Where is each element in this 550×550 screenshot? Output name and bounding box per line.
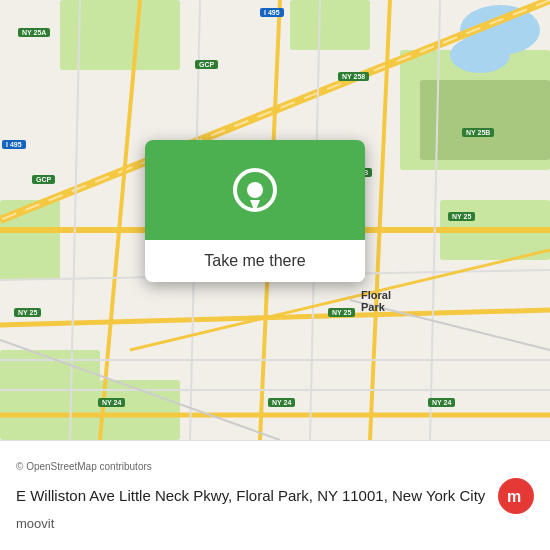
moovit-icon: m xyxy=(498,478,534,514)
svg-text:m: m xyxy=(507,488,521,505)
app-container: I 495 NY 25A GCP I 495 GCP NY 25B NY 25B… xyxy=(0,0,550,550)
shield-ny25-left: NY 25 xyxy=(14,308,41,317)
shield-ny258: NY 258 xyxy=(338,72,369,81)
popup-card: Take me there xyxy=(145,140,365,282)
shield-ny25-right: NY 25 xyxy=(448,212,475,221)
svg-rect-6 xyxy=(0,350,100,440)
shield-gcp-mid: GCP xyxy=(32,175,55,184)
shield-ny25b-topright: NY 25B xyxy=(462,128,494,137)
popup-header xyxy=(145,140,365,240)
map-container: I 495 NY 25A GCP I 495 GCP NY 25B NY 25B… xyxy=(0,0,550,440)
shield-i495-left: I 495 xyxy=(2,140,26,149)
moovit-brand: moovit xyxy=(16,516,534,531)
location-pin-icon xyxy=(233,168,277,224)
shield-ny24-mid: NY 24 xyxy=(268,398,295,407)
address-row: E Williston Ave Little Neck Pkwy, Floral… xyxy=(16,478,534,514)
shield-ny24-right: NY 24 xyxy=(428,398,455,407)
shield-i495-top: I 495 xyxy=(260,8,284,17)
shield-ny24-left: NY 24 xyxy=(98,398,125,407)
shield-gcp-top: GCP xyxy=(195,60,218,69)
svg-point-10 xyxy=(450,37,510,73)
svg-point-30 xyxy=(247,182,263,198)
svg-rect-4 xyxy=(420,80,550,160)
svg-rect-2 xyxy=(290,0,370,50)
take-me-there-button[interactable]: Take me there xyxy=(145,240,365,282)
shield-ny25a: NY 25A xyxy=(18,28,50,37)
floral-park-label: FloralPark xyxy=(358,288,394,314)
shield-ny25-bot: NY 25 xyxy=(328,308,355,317)
address-text: E Williston Ave Little Neck Pkwy, Floral… xyxy=(16,485,498,506)
attribution: © OpenStreetMap contributors xyxy=(16,461,534,472)
info-bar: © OpenStreetMap contributors E Williston… xyxy=(0,440,550,550)
moovit-logo: m xyxy=(498,478,534,514)
